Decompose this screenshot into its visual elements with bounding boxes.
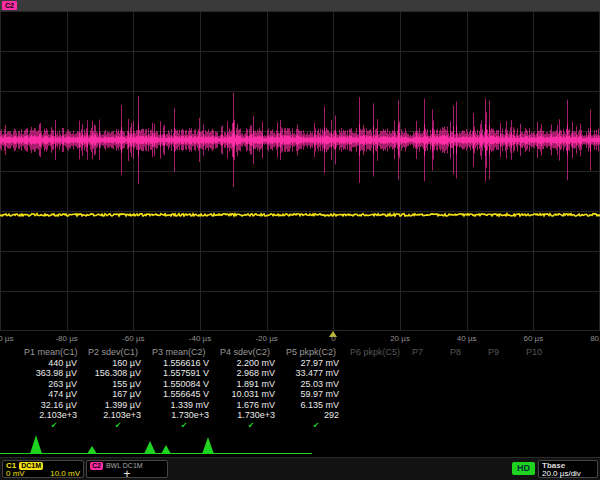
param-header[interactable]: P1 mean(C1) <box>22 347 86 358</box>
measure-value: 1.339 mV <box>150 400 218 411</box>
x-axis-label: -80 µs <box>55 334 77 343</box>
measure-value: 1.730e+3 <box>218 410 284 421</box>
x-axis-label: 0 <box>331 334 335 343</box>
table-header-row: P1 mean(C1) P2 sdev(C1) P3 mean(C2) P4 s… <box>0 347 600 358</box>
table-row: 363.98 µV 156.308 µV 1.557591 V 2.968 mV… <box>0 368 600 379</box>
measure-value: 474 µV <box>22 389 86 400</box>
param-header[interactable]: P3 mean(C2) <box>150 347 218 358</box>
param-header[interactable]: P2 sdev(C1) <box>86 347 150 358</box>
measure-value: 2.103e+3 <box>86 410 150 421</box>
measure-value: 1.556616 V <box>150 358 218 369</box>
measure-value: 25.03 mV <box>284 379 348 390</box>
status-check-icon: ✔ <box>86 421 150 432</box>
measure-value: 155 µV <box>86 379 150 390</box>
measure-value: 160 µV <box>86 358 150 369</box>
measure-value: 1.891 mV <box>218 379 284 390</box>
param-header[interactable]: P4 sdev(C2) <box>218 347 284 358</box>
measure-value: 292 <box>284 410 348 421</box>
x-axis-label: 20 µs <box>390 334 410 343</box>
param-header[interactable]: P6 pkpk(C5) <box>348 347 410 358</box>
timebase-value: 20.0 µs/div <box>542 470 581 478</box>
status-check-icon: ✔ <box>22 421 86 432</box>
measure-value: 1.399 µV <box>86 400 150 411</box>
x-axis-label: 40 µs <box>457 334 477 343</box>
x-axis-label: -20 µs <box>255 334 277 343</box>
measure-value: 1.730e+3 <box>150 410 218 421</box>
param-header[interactable]: P9 <box>486 347 524 358</box>
active-trace-badge[interactable]: C2 <box>2 1 17 10</box>
hd-mode-badge: HD <box>512 462 535 475</box>
waveform-canvas[interactable] <box>0 11 600 331</box>
c2-title-chip: C2 <box>90 462 103 470</box>
parameter-histicon-strip <box>0 431 600 457</box>
time-axis: -100 µs -80 µs -60 µs -40 µs -20 µs 0 20… <box>0 331 600 347</box>
measure-value: 27.97 mV <box>284 358 348 369</box>
x-axis-label: -100 µs <box>0 334 13 343</box>
table-status-row: ✔ ✔ ✔ ✔ ✔ <box>0 421 600 432</box>
table-row: 2.103e+3 2.103e+3 1.730e+3 1.730e+3 292 <box>0 410 600 421</box>
status-check-icon: ✔ <box>150 421 218 432</box>
c1-vdiv: 10.0 mV <box>50 470 80 478</box>
status-check-icon: ✔ <box>284 421 348 432</box>
measure-value: 32.16 µV <box>22 400 86 411</box>
measure-value: 263 µV <box>22 379 86 390</box>
param-header[interactable]: P10 <box>524 347 560 358</box>
c1-descriptor-box[interactable]: C1 DC1M 0 mV 10.0 mV <box>2 460 84 478</box>
measure-value: 2.200 mV <box>218 358 284 369</box>
c1-offset: 0 mV <box>6 470 25 478</box>
histicon-canvas <box>0 431 600 457</box>
table-row: 474 µV 167 µV 1.556645 V 10.031 mV 59.97… <box>0 389 600 400</box>
param-header[interactable]: P5 pkpk(C2) <box>284 347 348 358</box>
param-header[interactable]: P7 <box>410 347 448 358</box>
timebase-descriptor-box[interactable]: Tbase 20.0 µs/div <box>538 460 598 478</box>
table-row: 32.16 µV 1.399 µV 1.339 mV 1.676 mV 6.13… <box>0 400 600 411</box>
plus-icon[interactable]: + <box>123 470 130 478</box>
measure-value: 363.98 µV <box>22 368 86 379</box>
table-row: 440 µV 160 µV 1.556616 V 2.200 mV 27.97 … <box>0 358 600 369</box>
measure-value: 10.031 mV <box>218 389 284 400</box>
x-axis-label: 60 µs <box>523 334 543 343</box>
measure-value: 2.968 mV <box>218 368 284 379</box>
measure-value: 1.556645 V <box>150 389 218 400</box>
oscilloscope-screen: C2 -100 µs -80 µs -60 µs -40 µs -20 µs 0… <box>0 0 600 480</box>
measure-value: 167 µV <box>86 389 150 400</box>
measure-value: 6.135 mV <box>284 400 348 411</box>
measurement-table: P1 mean(C1) P2 sdev(C1) P3 mean(C2) P4 s… <box>0 347 600 431</box>
menu-bar: C2 <box>0 0 600 11</box>
measure-value: 440 µV <box>22 358 86 369</box>
measure-value: 1.676 mV <box>218 400 284 411</box>
measure-value: 33.477 mV <box>284 368 348 379</box>
x-axis-label: -40 µs <box>189 334 211 343</box>
measure-value: 2.103e+3 <box>22 410 86 421</box>
c2-descriptor-box[interactable]: C2 BWL DC1M + <box>86 460 168 478</box>
param-header[interactable]: P8 <box>448 347 486 358</box>
measure-value: 1.550084 V <box>150 379 218 390</box>
measure-value: 1.557591 V <box>150 368 218 379</box>
x-axis-label: 80 µs <box>590 334 600 343</box>
status-check-icon: ✔ <box>218 421 284 432</box>
measure-value: 59.97 mV <box>284 389 348 400</box>
x-axis-label: -60 µs <box>122 334 144 343</box>
table-row: 263 µV 155 µV 1.550084 V 1.891 mV 25.03 … <box>0 379 600 390</box>
measure-value: 156.308 µV <box>86 368 150 379</box>
graticule <box>0 11 600 331</box>
descriptor-bar: C1 DC1M 0 mV 10.0 mV C2 BWL DC1M + HD Tb… <box>0 457 600 480</box>
